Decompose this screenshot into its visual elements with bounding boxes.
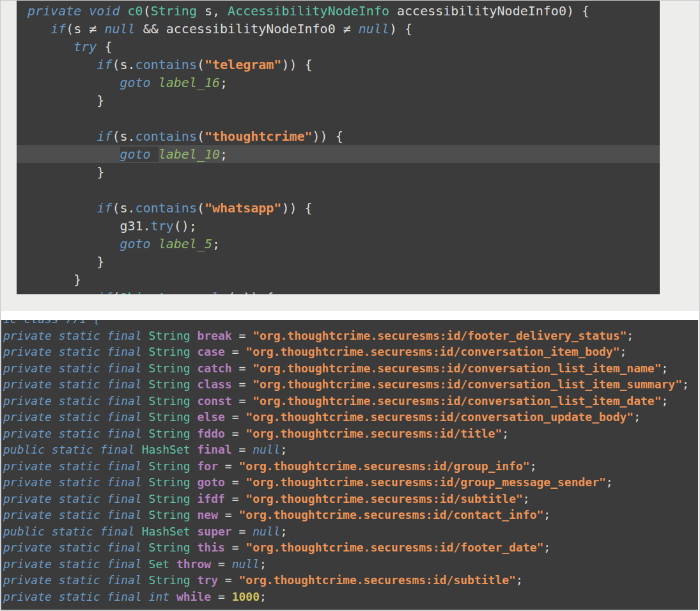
code-token: . xyxy=(174,290,182,294)
code-token: public static final xyxy=(3,525,142,538)
code-token xyxy=(27,129,97,144)
code-line: private static final String try = "org.t… xyxy=(3,572,698,589)
code-token: null xyxy=(253,525,280,538)
code-token: super xyxy=(197,525,231,538)
code-line: g31.try(); xyxy=(27,217,660,235)
code-line: } xyxy=(27,163,660,181)
code-token: ; xyxy=(212,236,220,251)
code-token: ; xyxy=(620,345,627,358)
code-token: )) { xyxy=(281,200,312,216)
code-token: = xyxy=(232,443,253,456)
top-code-panel: private void c0(String s, AccessibilityN… xyxy=(17,1,660,294)
code-line: private static final String ifdf = "org.… xyxy=(3,491,698,507)
code-token: "org.thoughtcrime.securesms:id/subtitle" xyxy=(238,573,515,587)
code-line: if(s ≠ null && accessibilityNodeInfo0 ≠ … xyxy=(27,20,660,38)
code-line: ic class 771 { xyxy=(3,320,698,328)
code-token: private static final xyxy=(3,541,149,554)
code-token: "org.thoughtcrime.securesms:id/footer_de… xyxy=(253,329,626,342)
code-token: = xyxy=(218,508,239,521)
code-token: ( xyxy=(112,290,120,294)
code-token: = xyxy=(225,475,246,489)
code-token: ; xyxy=(516,573,523,587)
highlighted-code-line: goto label_10; xyxy=(17,145,660,163)
code-token: = xyxy=(232,329,253,342)
code-token xyxy=(27,75,120,90)
code-token: public static final xyxy=(3,443,142,456)
code-token xyxy=(151,75,159,90)
code-token: "org.thoughtcrime.securesms:id/conversat… xyxy=(253,361,661,375)
code-line: try { xyxy=(27,38,660,56)
code-token: contains xyxy=(136,129,197,144)
code-token: HashSet xyxy=(142,525,191,538)
code-token xyxy=(191,394,198,408)
code-token: String xyxy=(151,3,197,19)
code-line: if(s.contains("thoughtcrime")) { xyxy=(27,127,660,145)
code-token: accessibilityNodeInfo0) { xyxy=(389,3,589,19)
code-line: } xyxy=(27,91,660,109)
code-line: private static final String for = "org.t… xyxy=(3,458,698,475)
code-token: private static final int xyxy=(3,590,176,603)
page: private void c0(String s, AccessibilityN… xyxy=(0,0,700,611)
code-line: private static final String class = "org… xyxy=(3,376,698,393)
code-token: ; xyxy=(530,459,537,473)
code-token: } xyxy=(27,254,104,269)
code-token xyxy=(151,236,159,251)
code-token xyxy=(27,57,97,72)
code-line: if(s.contains("telegram")) { xyxy=(27,56,660,74)
code-token: ( xyxy=(197,57,205,72)
code-token: ( xyxy=(197,200,205,216)
code-token xyxy=(191,459,198,473)
code-token: = xyxy=(232,377,253,391)
code-token xyxy=(191,427,198,440)
code-line: goto label_16; xyxy=(27,74,660,91)
code-token: private static final xyxy=(3,427,149,440)
code-token: "org.thoughtcrime.securesms:id/conversat… xyxy=(245,345,619,358)
code-token: ic class 771 { xyxy=(3,320,100,326)
code-token: contains xyxy=(136,57,197,72)
code-token xyxy=(191,475,198,489)
code-line: public static final HashSet final = null… xyxy=(3,441,698,458)
code-token xyxy=(191,410,198,424)
code-token: "telegram" xyxy=(205,57,281,72)
code-token: ; xyxy=(606,475,613,489)
code-token: private static final xyxy=(3,410,149,424)
bottom-code-panel: ic class 771 {private static final Strin… xyxy=(1,320,698,610)
code-token: "org.thoughtcrime.securesms:id/group_mes… xyxy=(245,475,606,489)
code-token: } xyxy=(27,93,104,108)
code-token: (s. xyxy=(112,129,135,144)
code-token: Set xyxy=(149,557,170,571)
code-token: private void xyxy=(27,3,128,19)
code-token: String xyxy=(149,377,191,391)
code-token: try xyxy=(151,218,174,234)
code-token: contains xyxy=(136,200,197,216)
code-line: } xyxy=(27,253,660,271)
code-token: final xyxy=(197,443,231,456)
code-token: null xyxy=(104,21,135,36)
code-line: if(s.contains("whatsapp")) { xyxy=(27,199,660,217)
code-token: ; xyxy=(634,410,641,424)
code-token: new xyxy=(197,508,218,521)
code-token: = xyxy=(218,459,239,473)
code-token: (s. xyxy=(112,57,135,72)
code-token: String xyxy=(149,361,191,375)
code-token: = xyxy=(211,557,232,571)
code-token xyxy=(191,525,198,538)
code-token: ) { xyxy=(389,21,412,36)
code-token: "org.thoughtcrime.securesms:id/subtitle" xyxy=(245,492,522,505)
code-line: private static final String fddo = "org.… xyxy=(3,425,698,442)
code-line: private void c0(String s, AccessibilityN… xyxy=(27,2,660,20)
code-token: private static final xyxy=(3,573,149,587)
code-token: (s)) { xyxy=(228,290,274,294)
code-token: throw xyxy=(176,557,211,571)
code-line: private static final String const = "org… xyxy=(3,393,698,409)
code-token xyxy=(191,443,198,456)
code-token: class xyxy=(197,377,231,391)
code-token: String xyxy=(149,459,191,473)
code-token: goto xyxy=(120,236,151,251)
code-token: ; xyxy=(220,75,228,90)
code-token xyxy=(191,573,198,587)
code-token xyxy=(27,200,97,216)
code-token: private static final xyxy=(3,459,149,473)
code-token: "org.thoughtcrime.securesms:id/conversat… xyxy=(245,410,634,424)
code-token: ; xyxy=(260,557,267,571)
